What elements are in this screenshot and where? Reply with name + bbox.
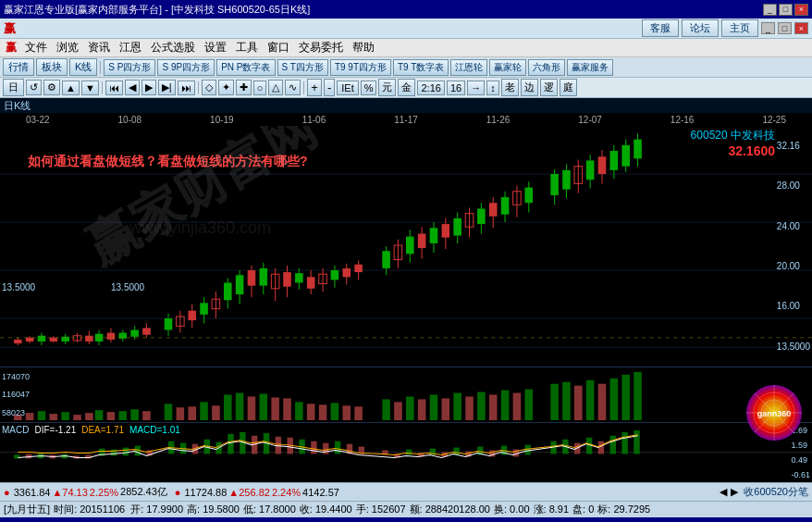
svg-rect-92 xyxy=(562,170,571,190)
index1-change: ▲74.13 xyxy=(52,487,87,498)
tb-hexagon[interactable]: 六角形 xyxy=(528,59,565,76)
tb-old[interactable]: 老 xyxy=(501,79,519,96)
tb-jingen-wheel[interactable]: 江恩轮 xyxy=(450,59,487,76)
menu-settings[interactable]: 设置 xyxy=(200,39,231,56)
macd-title: MACD xyxy=(2,425,29,435)
home-btn[interactable]: 主页 xyxy=(721,19,758,37)
tb-kline[interactable]: K线 xyxy=(69,58,97,76)
date-4: 11-06 xyxy=(302,115,326,125)
close-label: 收: 19.4400 xyxy=(300,503,352,516)
maximize-btn[interactable]: □ xyxy=(779,4,793,16)
index2-pct: 2.24% xyxy=(272,487,301,498)
tb-cross[interactable]: ✚ xyxy=(236,80,252,95)
tb-day[interactable]: 日 xyxy=(3,79,24,96)
tb-yuan[interactable]: 元 xyxy=(378,79,396,96)
time-label: 时间: 20151106 xyxy=(54,503,125,516)
win-minimize-btn[interactable]: _ xyxy=(761,22,775,34)
tb-ying-service[interactable]: 赢家服务 xyxy=(567,59,613,76)
tb-play[interactable]: ▶ xyxy=(141,80,156,95)
svg-rect-204 xyxy=(610,436,616,454)
svg-rect-150 xyxy=(574,386,583,420)
scroll-right[interactable]: ▶ xyxy=(731,486,738,498)
tb-s-p4[interactable]: S P四方形 xyxy=(104,59,155,76)
tb-edge[interactable]: 边 xyxy=(521,79,538,96)
tb-market[interactable]: 行情 xyxy=(3,58,34,76)
forum-btn[interactable]: 论坛 xyxy=(682,19,719,37)
tb-settings2[interactable]: ⚙ xyxy=(43,80,60,95)
menu-ying[interactable]: 赢 xyxy=(2,39,20,56)
vol-label-2: 116047 xyxy=(2,390,30,399)
tb-prev-start[interactable]: ⏮ xyxy=(105,81,123,95)
status-indicator2: ● xyxy=(175,487,181,498)
menu-trade[interactable]: 交易委托 xyxy=(294,39,348,56)
tb-prev[interactable]: ◀ xyxy=(125,80,140,95)
svg-rect-10 xyxy=(38,336,46,342)
tb-s-t4[interactable]: S T四方形 xyxy=(277,59,328,76)
svg-rect-141 xyxy=(453,393,461,421)
tb-block[interactable]: 板块 xyxy=(36,58,68,76)
svg-rect-102 xyxy=(621,145,630,167)
tb-arrows2[interactable]: ↕ xyxy=(486,81,499,95)
macd-dif: DIF=-1.21 xyxy=(34,425,76,435)
menu-help[interactable]: 帮助 xyxy=(348,39,379,56)
tb-gold[interactable]: 金 xyxy=(398,79,415,96)
date-5: 11-17 xyxy=(394,115,418,125)
tb-stretch[interactable]: 逻 xyxy=(540,79,558,96)
panel-label: 盘: 0 xyxy=(572,503,594,516)
tb-next-end[interactable]: ⏭ xyxy=(178,81,195,95)
tb-diamond[interactable]: ◇ xyxy=(202,80,216,95)
svg-rect-128 xyxy=(283,398,291,420)
tb-num2[interactable]: 16 xyxy=(447,81,465,95)
tb-pn-num[interactable]: PN P数字表 xyxy=(216,59,275,76)
tb-down[interactable]: ▼ xyxy=(81,81,99,95)
index1-value: 3361.84 xyxy=(14,487,51,498)
svg-rect-181 xyxy=(311,441,316,454)
tb-minus[interactable]: - xyxy=(324,79,335,96)
tb-num1[interactable]: 2:16 xyxy=(417,81,444,95)
tb-plus[interactable]: + xyxy=(307,79,322,96)
tb-refresh[interactable]: ↺ xyxy=(26,80,42,95)
tb-s-9p4[interactable]: S 9P四方形 xyxy=(157,59,215,76)
win-close-btn[interactable]: × xyxy=(794,22,808,34)
tb-t9-tnum[interactable]: T9 T数字表 xyxy=(393,59,449,76)
close-btn[interactable]: × xyxy=(794,4,808,16)
chart-title: 日K线 xyxy=(4,99,31,113)
menu-tools[interactable]: 工具 xyxy=(231,39,263,56)
menu-window[interactable]: 窗口 xyxy=(263,39,294,56)
date-1: 03-22 xyxy=(26,115,50,125)
menu-info[interactable]: 资讯 xyxy=(83,39,115,56)
menu-browse[interactable]: 浏览 xyxy=(52,39,83,56)
menu-jingen[interactable]: 江恩 xyxy=(115,39,146,56)
date-7: 12-07 xyxy=(578,115,602,125)
svg-rect-12 xyxy=(50,338,58,342)
scroll-left[interactable]: ◀ xyxy=(720,486,727,498)
svg-rect-109 xyxy=(50,414,58,420)
tb-ying-wheel[interactable]: 赢家轮 xyxy=(489,59,526,76)
tb-star[interactable]: ✦ xyxy=(218,80,234,95)
customer-service-btn[interactable]: 客服 xyxy=(642,19,679,37)
menu-file[interactable]: 文件 xyxy=(20,39,52,56)
svg-rect-76 xyxy=(453,218,461,236)
tb-iet[interactable]: IEt xyxy=(337,81,358,95)
svg-rect-60 xyxy=(342,268,351,277)
tb-wave[interactable]: ∿ xyxy=(285,80,301,95)
tb-collapse[interactable]: 庭 xyxy=(560,79,577,96)
svg-rect-136 xyxy=(394,402,402,420)
tb-circle[interactable]: ○ xyxy=(253,81,267,95)
svg-rect-153 xyxy=(610,379,619,420)
menu-formula[interactable]: 公式选股 xyxy=(146,39,200,56)
tb-percent[interactable]: % xyxy=(361,81,377,95)
volume-chart xyxy=(0,367,812,422)
tb-next[interactable]: ▶| xyxy=(158,80,176,95)
tb-triangle[interactable]: △ xyxy=(268,80,283,95)
svg-rect-36 xyxy=(200,303,208,314)
minimize-btn[interactable]: _ xyxy=(763,4,777,16)
macd-dea: DEA=1.71 xyxy=(81,425,124,435)
win-maximize-btn[interactable]: □ xyxy=(778,22,792,34)
y-axis-labels: 32.16 28.00 24.00 20.00 16.00 13.5000 xyxy=(777,126,810,367)
tb-up[interactable]: ▲ xyxy=(62,81,80,95)
tb-arrow[interactable]: → xyxy=(467,81,485,95)
chart-area: 日K线 03-22 10-08 10-19 11-06 11-17 11-26 … xyxy=(0,98,812,367)
tb-t9-9t4[interactable]: T9 9T四方形 xyxy=(330,59,391,76)
svg-rect-8 xyxy=(26,338,34,342)
